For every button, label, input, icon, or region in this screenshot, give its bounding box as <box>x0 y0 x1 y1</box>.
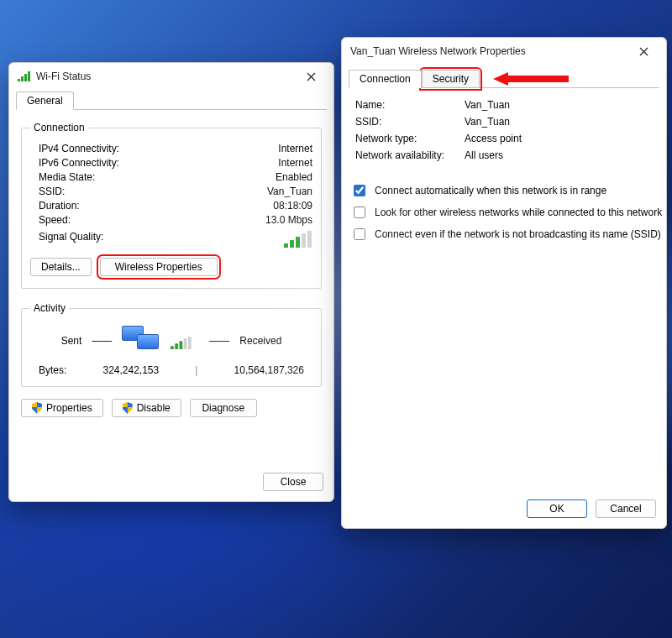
ipv4-value: Internet <box>278 143 312 154</box>
wifi-status-window: Wi-Fi Status General Connection IPv4 Con… <box>8 62 334 502</box>
bytes-received: 10,564,187,326 <box>234 364 304 376</box>
close-button[interactable] <box>293 65 328 88</box>
bytes-sent: 324,242,153 <box>102 364 159 376</box>
ssid-value: Van_Tuan <box>267 186 312 197</box>
network-type-value: Access point <box>465 133 522 144</box>
media-label: Media State: <box>39 171 95 183</box>
properties-button[interactable]: Properties <box>21 399 103 417</box>
desktop-background: Wi-Fi Status General Connection IPv4 Con… <box>0 0 672 638</box>
auto-connect-checkbox[interactable] <box>354 185 365 196</box>
ipv6-value: Internet <box>278 157 312 169</box>
network-icon <box>122 326 160 356</box>
signal-bars-icon <box>284 231 312 248</box>
speed-value: 13.0 Mbps <box>265 214 312 226</box>
sent-label: Sent <box>61 335 82 347</box>
ssid-label: SSID: <box>355 116 465 128</box>
window-title: Wi-Fi Status <box>36 71 91 82</box>
close-button[interactable] <box>626 39 661 63</box>
network-type-label: Network type: <box>355 133 465 144</box>
dash: —— <box>92 335 112 347</box>
connection-legend: Connection <box>30 122 88 133</box>
details-button[interactable]: Details... <box>30 258 92 276</box>
close-button-footer[interactable]: Close <box>263 473 323 491</box>
hidden-ssid-label[interactable]: Connect even if the network is not broad… <box>375 227 661 241</box>
dash: —— <box>209 335 229 347</box>
received-label: Received <box>239 335 281 347</box>
signal-label: Signal Quality: <box>39 231 103 248</box>
ssid-value: Van_Tuan <box>465 116 510 128</box>
look-other-checkbox[interactable] <box>354 207 365 218</box>
cancel-button[interactable]: Cancel <box>596 499 656 518</box>
activity-legend: Activity <box>30 302 69 314</box>
look-other-label[interactable]: Look for other wireless networks while c… <box>375 206 662 219</box>
connection-group: Connection IPv4 Connectivity:Internet IP… <box>21 122 322 289</box>
wireless-properties-window: Van_Tuan Wireless Network Properties Con… <box>341 37 667 529</box>
properties-label: Properties <box>46 402 92 414</box>
duration-value: 08:18:09 <box>273 200 312 212</box>
bytes-label: Bytes: <box>39 364 66 376</box>
titlebar[interactable]: Van_Tuan Wireless Network Properties <box>342 38 666 65</box>
speed-label: Speed: <box>39 214 71 226</box>
ipv6-label: IPv6 Connectivity: <box>39 157 119 169</box>
diagnose-button[interactable]: Diagnose <box>190 399 257 417</box>
window-title: Van_Tuan Wireless Network Properties <box>350 45 526 57</box>
activity-group: Activity Sent —— —— Received Bytes: 324,… <box>21 302 322 387</box>
availability-value: All users <box>465 149 503 161</box>
disable-button[interactable]: Disable <box>112 399 181 417</box>
svg-marker-0 <box>493 72 569 86</box>
name-label: Name: <box>355 99 465 111</box>
disable-label: Disable <box>137 402 171 414</box>
wifi-icon <box>18 71 31 81</box>
availability-label: Network availability: <box>355 149 465 161</box>
shield-icon <box>32 402 42 414</box>
tab-connection[interactable]: Connection <box>349 70 422 88</box>
auto-connect-label[interactable]: Connect automatically when this network … <box>375 184 606 197</box>
ok-button[interactable]: OK <box>527 499 587 518</box>
hidden-ssid-checkbox[interactable] <box>354 228 365 240</box>
tab-security[interactable]: Security <box>422 70 480 88</box>
wireless-properties-button[interactable]: Wireless Properties <box>100 258 218 276</box>
media-value: Enabled <box>276 171 312 183</box>
titlebar[interactable]: Wi-Fi Status <box>9 63 333 90</box>
activity-signal-icon <box>171 337 192 349</box>
name-value: Van_Tuan <box>465 99 510 111</box>
ipv4-label: IPv4 Connectivity: <box>39 143 119 154</box>
ssid-label: SSID: <box>39 186 65 197</box>
annotation-arrow-icon <box>493 71 569 86</box>
tab-general[interactable]: General <box>16 92 74 110</box>
tabs: General <box>9 90 333 110</box>
shield-icon <box>123 402 133 414</box>
separator: | <box>195 364 197 376</box>
duration-label: Duration: <box>39 200 80 212</box>
tabs: Connection Security <box>342 68 666 88</box>
